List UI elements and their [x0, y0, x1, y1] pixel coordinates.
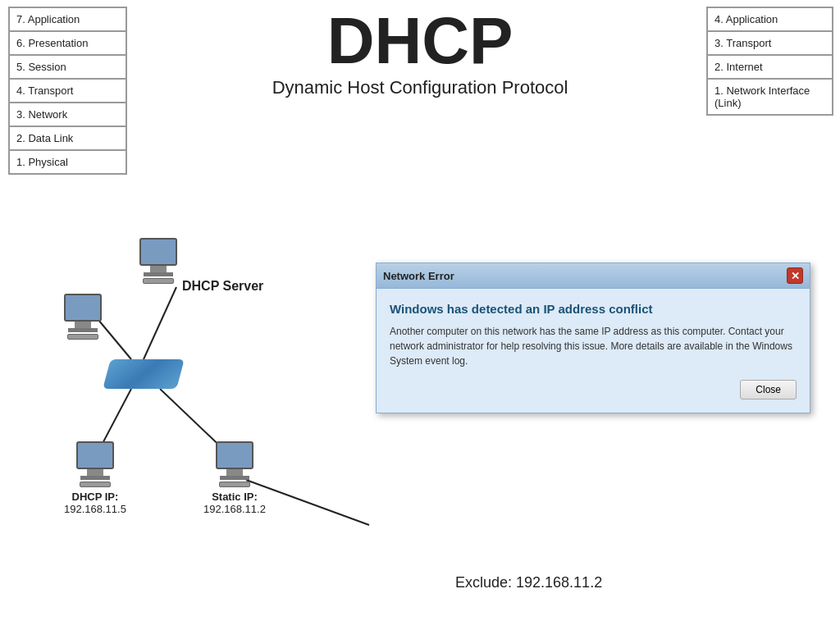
- dhcp-subtitle: Dynamic Host Configuration Protocol: [164, 77, 676, 98]
- title-area: DHCP Dynamic Host Configuration Protocol: [164, 8, 676, 98]
- monitor-base: [80, 476, 110, 480]
- osi-left-table: 7. Application 6. Presentation 5. Sessio…: [8, 7, 127, 175]
- error-close-area: Close: [390, 380, 797, 403]
- osi-left-row-4: 4. Transport: [9, 79, 126, 103]
- keyboard: [143, 278, 174, 284]
- osi-right-table: 4. Application 3. Transport 2. Internet …: [706, 7, 833, 116]
- error-heading: Windows has detected an IP address confl…: [390, 302, 797, 316]
- osi-right-row-2: 2. Internet: [707, 55, 833, 79]
- network-switch: [103, 359, 185, 389]
- diagram-area: DHCP IP: 192.168.11.5 Static IP: 192.168…: [25, 238, 377, 591]
- static-ip-label: Static IP:: [212, 491, 258, 503]
- error-content-area: Windows has detected an IP address confl…: [377, 289, 810, 413]
- monitor: [64, 294, 102, 322]
- osi-left-row-2: 2. Data Link: [9, 126, 126, 150]
- osi-left-row-6: 6. Presentation: [9, 31, 126, 55]
- static-client-computer: Static IP: 192.168.11.2: [203, 441, 266, 515]
- dhcp-ip-value: 192.168.11.5: [64, 503, 126, 515]
- network-error-dialog: Network Error ✕ Windows has detected an …: [376, 262, 810, 413]
- keyboard: [219, 482, 250, 487]
- error-titlebar: Network Error ✕: [377, 263, 810, 289]
- osi-left-row-3: 3. Network: [9, 103, 126, 126]
- dhcp-title: DHCP: [164, 8, 676, 74]
- dhcp-server-computer: [139, 238, 177, 284]
- monitor-stand: [75, 322, 91, 328]
- osi-right-row-4: 4. Application: [707, 7, 833, 31]
- monitor-stand: [87, 469, 103, 476]
- osi-left-row-7: 7. Application: [9, 7, 126, 31]
- keyboard: [67, 334, 98, 340]
- monitor-stand: [150, 266, 167, 272]
- exclude-label: Exclude: 192.168.11.2: [455, 574, 602, 591]
- osi-left-row-1: 1. Physical: [9, 150, 126, 174]
- error-dialog-close-button[interactable]: Close: [740, 380, 797, 399]
- monitor-stand: [226, 469, 243, 476]
- dhcp-client-computer: DHCP IP: 192.168.11.5: [64, 441, 126, 515]
- error-titlebar-text: Network Error: [383, 270, 454, 282]
- monitor: [216, 441, 253, 469]
- osi-right-row-1: 1. Network Interface (Link): [707, 79, 833, 115]
- keyboard: [80, 482, 111, 487]
- monitor-base: [220, 476, 249, 480]
- monitor: [76, 441, 114, 469]
- dhcp-server-label: DHCP Server: [182, 279, 263, 294]
- monitor-base: [144, 272, 173, 276]
- left-computer: [64, 294, 102, 340]
- monitor-base: [68, 328, 98, 332]
- osi-left-row-5: 5. Session: [9, 55, 126, 79]
- error-close-x-button[interactable]: ✕: [787, 267, 803, 284]
- dhcp-ip-label: DHCP IP:: [72, 491, 119, 503]
- error-body-text: Another computer on this network has the…: [390, 324, 797, 368]
- osi-right-row-3: 3. Transport: [707, 31, 833, 55]
- static-ip-value: 192.168.11.2: [203, 503, 266, 515]
- monitor: [139, 238, 177, 266]
